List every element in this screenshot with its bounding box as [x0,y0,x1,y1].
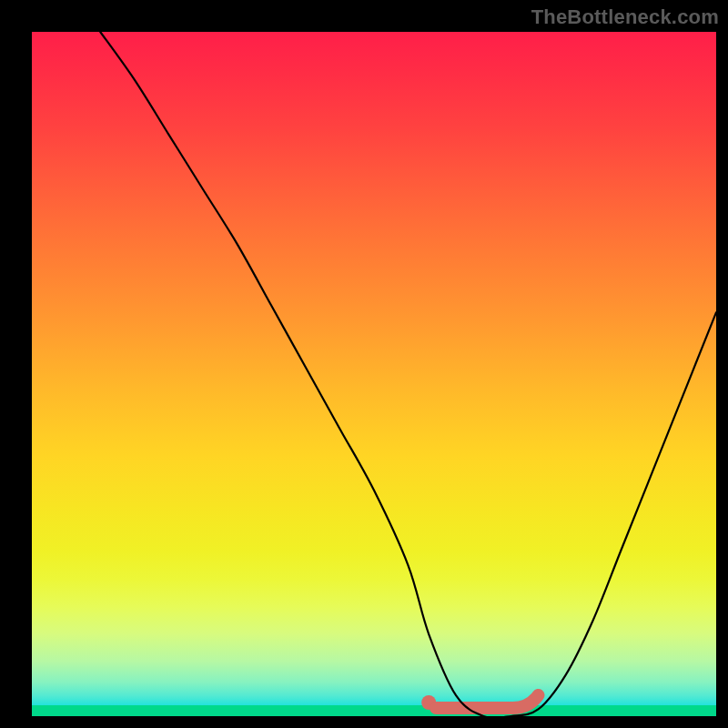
plot-area [32,32,716,716]
chart-frame: TheBottleneck.com [0,0,728,728]
watermark-text: TheBottleneck.com [531,5,719,29]
chart-overlay [32,32,716,716]
highlight-line [436,695,538,708]
highlight-segment [421,695,538,710]
bottleneck-curve [100,32,716,716]
